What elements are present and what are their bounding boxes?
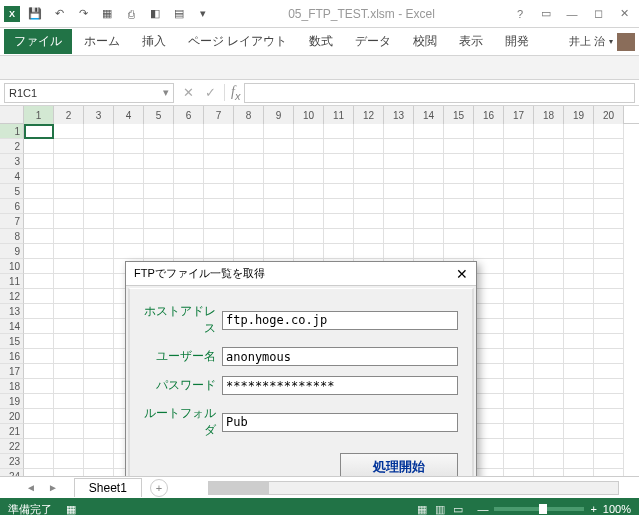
row-header[interactable]: 22 xyxy=(0,439,24,454)
row-header[interactable]: 24 xyxy=(0,469,24,476)
col-header[interactable]: 5 xyxy=(144,106,174,124)
chevron-down-icon[interactable]: ▾ xyxy=(163,86,169,99)
view-buttons: ▦ ▥ ▭ xyxy=(417,503,463,516)
qat-icon[interactable]: ▤ xyxy=(168,3,190,25)
col-header[interactable]: 18 xyxy=(534,106,564,124)
tab-developer[interactable]: 開発 xyxy=(495,29,539,54)
formula-buttons: ✕ ✓ xyxy=(178,85,220,100)
undo-icon[interactable]: ↶ xyxy=(48,3,70,25)
row-header[interactable]: 6 xyxy=(0,199,24,214)
row-header[interactable]: 19 xyxy=(0,394,24,409)
tab-view[interactable]: 表示 xyxy=(449,29,493,54)
minimize-icon[interactable]: — xyxy=(561,3,583,25)
sheet-tab[interactable]: Sheet1 xyxy=(74,478,142,497)
user-area[interactable]: 井上 治 ▾ xyxy=(569,33,635,51)
formula-input[interactable] xyxy=(244,83,635,103)
col-header[interactable]: 9 xyxy=(264,106,294,124)
row-header[interactable]: 23 xyxy=(0,454,24,469)
row-header[interactable]: 10 xyxy=(0,259,24,274)
tab-page-layout[interactable]: ページ レイアウト xyxy=(178,29,297,54)
cancel-icon[interactable]: ✕ xyxy=(178,85,198,100)
col-header[interactable]: 3 xyxy=(84,106,114,124)
select-all-corner[interactable] xyxy=(0,106,24,124)
qat-icon[interactable]: ▦ xyxy=(96,3,118,25)
col-header[interactable]: 6 xyxy=(174,106,204,124)
col-header[interactable]: 19 xyxy=(564,106,594,124)
close-icon[interactable]: ✕ xyxy=(613,3,635,25)
row-header[interactable]: 15 xyxy=(0,334,24,349)
row-header[interactable]: 3 xyxy=(0,154,24,169)
row-header[interactable]: 8 xyxy=(0,229,24,244)
row-header[interactable]: 14 xyxy=(0,319,24,334)
tab-file[interactable]: ファイル xyxy=(4,29,72,54)
tab-data[interactable]: データ xyxy=(345,29,401,54)
title-bar: X 💾 ↶ ↷ ▦ ⎙ ◧ ▤ ▾ 05_FTP_TEST.xlsm - Exc… xyxy=(0,0,639,28)
row-header[interactable]: 4 xyxy=(0,169,24,184)
tab-review[interactable]: 校閲 xyxy=(403,29,447,54)
row-header[interactable]: 21 xyxy=(0,424,24,439)
normal-view-icon[interactable]: ▦ xyxy=(417,503,427,516)
col-header[interactable]: 13 xyxy=(384,106,414,124)
row-header[interactable]: 12 xyxy=(0,289,24,304)
help-icon[interactable]: ? xyxy=(509,3,531,25)
host-label: ホストアドレス xyxy=(144,303,216,337)
enter-icon[interactable]: ✓ xyxy=(200,85,220,100)
fx-icon[interactable]: fx xyxy=(224,84,240,102)
tab-home[interactable]: ホーム xyxy=(74,29,130,54)
page-layout-icon[interactable]: ▥ xyxy=(435,503,445,516)
row-header[interactable]: 20 xyxy=(0,409,24,424)
close-icon[interactable]: ✕ xyxy=(456,266,468,282)
col-header[interactable]: 1 xyxy=(24,106,54,124)
root-folder-input[interactable] xyxy=(222,413,458,432)
host-input[interactable] xyxy=(222,311,458,330)
col-header[interactable]: 8 xyxy=(234,106,264,124)
horizontal-scrollbar[interactable] xyxy=(208,481,619,495)
zoom-slider[interactable] xyxy=(494,507,584,511)
user-input[interactable] xyxy=(222,347,458,366)
zoom-in-icon[interactable]: + xyxy=(590,503,596,515)
tab-nav-prev[interactable]: ◄ xyxy=(20,482,42,493)
name-box[interactable]: R1C1 ▾ xyxy=(4,83,174,103)
tab-formulas[interactable]: 数式 xyxy=(299,29,343,54)
maximize-icon[interactable]: ◻ xyxy=(587,3,609,25)
col-header[interactable]: 11 xyxy=(324,106,354,124)
row-header[interactable]: 7 xyxy=(0,214,24,229)
row-header[interactable]: 9 xyxy=(0,244,24,259)
page-break-icon[interactable]: ▭ xyxy=(453,503,463,516)
add-sheet-button[interactable]: + xyxy=(150,479,168,497)
submit-button[interactable]: 処理開始 xyxy=(340,453,458,476)
row-header[interactable]: 5 xyxy=(0,184,24,199)
dialog-titlebar[interactable]: FTPでファイル一覧を取得 ✕ xyxy=(126,262,476,286)
tab-insert[interactable]: 挿入 xyxy=(132,29,176,54)
col-header[interactable]: 14 xyxy=(414,106,444,124)
row-header[interactable]: 1 xyxy=(0,124,24,139)
zoom-control[interactable]: — + 100% xyxy=(477,503,631,515)
redo-icon[interactable]: ↷ xyxy=(72,3,94,25)
col-header[interactable]: 17 xyxy=(504,106,534,124)
tab-nav-next[interactable]: ► xyxy=(42,482,64,493)
zoom-out-icon[interactable]: — xyxy=(477,503,488,515)
qat-icon[interactable]: ⎙ xyxy=(120,3,142,25)
col-header[interactable]: 2 xyxy=(54,106,84,124)
row-header[interactable]: 11 xyxy=(0,274,24,289)
qat-dd-icon[interactable]: ▾ xyxy=(192,3,214,25)
zoom-level[interactable]: 100% xyxy=(603,503,631,515)
col-header[interactable]: 7 xyxy=(204,106,234,124)
col-header[interactable]: 16 xyxy=(474,106,504,124)
macro-record-icon[interactable]: ▦ xyxy=(66,503,76,516)
row-header[interactable]: 17 xyxy=(0,364,24,379)
qat-icon[interactable]: ◧ xyxy=(144,3,166,25)
row-header[interactable]: 2 xyxy=(0,139,24,154)
row-header[interactable]: 18 xyxy=(0,379,24,394)
row-header[interactable]: 16 xyxy=(0,349,24,364)
col-header[interactable]: 20 xyxy=(594,106,624,124)
save-icon[interactable]: 💾 xyxy=(24,3,46,25)
ribbon-options-icon[interactable]: ▭ xyxy=(535,3,557,25)
col-header[interactable]: 10 xyxy=(294,106,324,124)
user-label: ユーザー名 xyxy=(144,348,216,365)
col-header[interactable]: 4 xyxy=(114,106,144,124)
password-input[interactable] xyxy=(222,376,458,395)
row-header[interactable]: 13 xyxy=(0,304,24,319)
col-header[interactable]: 12 xyxy=(354,106,384,124)
col-header[interactable]: 15 xyxy=(444,106,474,124)
